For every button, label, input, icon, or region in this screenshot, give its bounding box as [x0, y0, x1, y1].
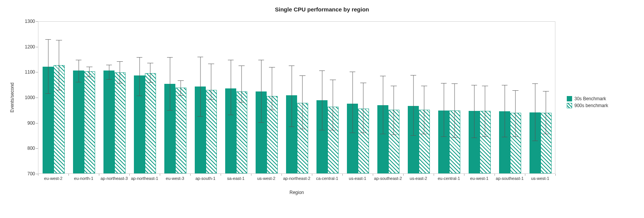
- error-cap: [543, 134, 549, 134]
- x-tick-label: us-west-1: [531, 176, 549, 181]
- error-cap: [147, 63, 153, 63]
- bar-900s: [145, 73, 156, 173]
- error-cap: [350, 72, 356, 72]
- error-cap: [228, 60, 234, 60]
- error-bar: [109, 65, 109, 79]
- error-cap: [147, 82, 153, 83]
- legend-swatch-solid: [567, 96, 572, 101]
- error-cap: [56, 40, 62, 40]
- bar-900s: [175, 88, 186, 173]
- x-tick-label: eu-west-3: [166, 176, 184, 181]
- error-bar: [504, 85, 505, 137]
- legend: 30s Benchmark 900s benchmark: [567, 95, 608, 110]
- error-cap: [360, 133, 366, 133]
- error-bar: [485, 86, 485, 137]
- error-cap: [239, 102, 245, 103]
- y-tick-label: 700: [27, 171, 35, 176]
- bar-30s: [103, 71, 114, 173]
- error-cap: [543, 91, 549, 91]
- bar-900s: [114, 72, 126, 173]
- y-tick-mark: [36, 21, 38, 22]
- y-tick-label: 1000: [25, 95, 35, 100]
- error-cap: [421, 134, 427, 134]
- error-cap: [299, 129, 305, 129]
- x-tick-mark: [434, 174, 434, 176]
- x-tick-mark: [342, 174, 343, 176]
- error-bar: [78, 60, 79, 82]
- error-bar: [231, 60, 231, 115]
- error-cap: [197, 57, 204, 57]
- error-bar: [150, 63, 151, 82]
- error-bar: [291, 66, 292, 127]
- error-cap: [410, 75, 417, 75]
- error-cap: [117, 61, 123, 62]
- x-tick-mark: [99, 174, 99, 176]
- error-bar: [261, 60, 261, 123]
- y-tick-label: 800: [27, 146, 35, 151]
- error-cap: [319, 130, 325, 130]
- error-bar: [242, 66, 242, 102]
- legend-swatch-hatched: [567, 103, 572, 108]
- y-axis: 7008009001000110012001300: [0, 21, 38, 174]
- y-tick-mark: [36, 123, 38, 123]
- error-bar: [474, 85, 474, 138]
- error-cap: [391, 135, 397, 135]
- error-cap: [258, 60, 264, 60]
- x-tick-mark: [281, 174, 282, 176]
- error-cap: [360, 83, 366, 83]
- error-cap: [532, 141, 538, 141]
- error-bar: [413, 75, 413, 135]
- error-cap: [299, 75, 305, 76]
- error-bar: [515, 90, 516, 136]
- error-cap: [106, 79, 112, 80]
- error-bar: [181, 81, 181, 96]
- error-cap: [532, 83, 538, 84]
- error-bar: [211, 64, 211, 100]
- error-cap: [86, 77, 92, 77]
- bar-900s: [84, 71, 95, 173]
- error-cap: [178, 80, 184, 81]
- error-cap: [269, 110, 275, 110]
- error-cap: [86, 67, 92, 67]
- error-cap: [471, 85, 477, 85]
- error-cap: [56, 90, 62, 90]
- error-cap: [45, 39, 51, 40]
- error-bar: [394, 86, 394, 135]
- error-cap: [167, 110, 173, 111]
- error-cap: [197, 116, 204, 117]
- error-cap: [76, 60, 82, 60]
- chart-container: Single CPU performance by region Events/…: [0, 0, 644, 218]
- error-cap: [330, 130, 336, 130]
- error-cap: [502, 137, 508, 137]
- x-tick-label: ap-south-1: [196, 176, 216, 181]
- error-cap: [289, 66, 295, 66]
- error-cap: [167, 57, 173, 58]
- error-cap: [452, 137, 458, 138]
- x-tick-mark: [555, 174, 556, 176]
- x-tick-label: ca-central-1: [316, 176, 338, 181]
- y-tick-label: 1100: [25, 69, 35, 75]
- error-bar: [200, 57, 200, 116]
- x-tick-label: us-east-1: [349, 176, 366, 181]
- error-cap: [512, 90, 518, 91]
- error-cap: [512, 136, 518, 137]
- x-tick-label: us-west-2: [257, 176, 275, 181]
- chart-title: Single CPU performance by region: [0, 6, 644, 13]
- error-cap: [117, 83, 123, 83]
- error-bar: [546, 91, 546, 134]
- error-bar: [535, 83, 535, 141]
- legend-item-900s: 900s benchmark: [567, 103, 608, 108]
- error-bar: [444, 83, 444, 136]
- error-cap: [208, 99, 214, 100]
- error-cap: [452, 83, 458, 84]
- error-cap: [410, 135, 417, 136]
- error-cap: [421, 86, 427, 86]
- error-bar: [59, 40, 59, 90]
- x-tick-mark: [38, 174, 38, 176]
- legend-item-30s: 30s Benchmark: [567, 96, 608, 101]
- error-bar: [272, 67, 272, 110]
- x-tick-label: ap-northeast-2: [283, 176, 310, 181]
- x-tick-mark: [373, 174, 373, 176]
- x-tick-label: ap-northeast-1: [131, 176, 158, 181]
- error-bar: [333, 80, 333, 130]
